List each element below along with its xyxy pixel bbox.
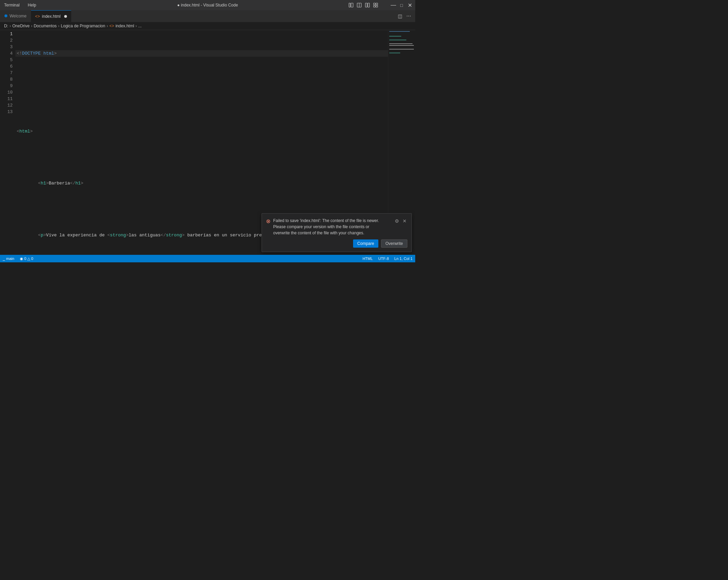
split-editor-icon[interactable]: ◫ [396,13,404,19]
status-bar: ⎯ main ◉ 0 △ 0 HTML UTF-8 Ln 1, Col 1 [0,255,415,262]
code-line-3 [15,102,388,109]
notification-text: Failed to save 'index.html': The content… [273,218,391,236]
code-line-7 [15,206,388,212]
html-file-icon: <> [35,14,40,19]
code-line-6: <h1>Barberia</h1> [15,180,388,187]
breadcrumb-file[interactable]: index.html [115,24,134,28]
line-numbers: 1 2 3 4 5 6 7 8 9 10 11 12 13 [0,30,15,254]
svg-rect-9 [376,5,378,7]
editor-layout-btn[interactable] [356,2,362,8]
breadcrumb: D: › OneDrive › Documentos › Logica de P… [0,22,415,30]
window-title: ● index.html - Visual Studio Code [177,3,238,8]
minimize-btn[interactable]: — [391,2,396,8]
more-actions-icon[interactable]: ⋯ [405,13,412,19]
line-num-13: 13 [3,109,13,115]
line-num-3: 3 [3,44,13,50]
line-num-6: 6 [3,63,13,70]
code-line-2 [15,76,388,83]
tabs-bar: ❃ Welcome <> index.html ◫ ⋯ [0,10,415,22]
breadcrumb-more[interactable]: ... [138,24,142,28]
notification-buttons: Compare Overwrite [266,239,407,248]
line-num-11: 11 [3,96,13,102]
status-errors[interactable]: ◉ 0 △ 0 [20,257,33,261]
overwrite-button[interactable]: Overwrite [381,239,407,248]
svg-rect-6 [374,3,375,5]
tabs-actions: ◫ ⋯ [396,13,415,19]
line-num-1: 1 [3,31,13,37]
title-bar-left: Terminal Help [3,2,38,8]
line-num-8: 8 [3,76,13,83]
notification-top-actions: ⚙ ✕ [394,218,407,224]
close-btn[interactable]: ✕ [407,2,412,8]
breadcrumb-logica[interactable]: Logica de Programacion [61,24,105,28]
svg-rect-5 [368,3,369,7]
line-num-10: 10 [3,89,13,96]
split-editor-btn[interactable] [365,2,370,8]
title-bar: Terminal Help ● index.html - Visual Stud… [0,0,415,10]
notification-body2: overwrite the content of the file with y… [273,231,364,235]
menu-bar: Terminal Help [3,2,38,8]
line-num-7: 7 [3,70,13,76]
notification-close-icon[interactable]: ✕ [402,218,407,224]
tab-index-html-label: index.html [42,14,61,19]
tab-welcome-label: Welcome [10,14,27,18]
svg-rect-4 [365,3,367,7]
minimap-content [388,30,415,54]
svg-rect-8 [374,5,375,7]
menu-terminal[interactable]: Terminal [3,2,21,8]
maximize-btn[interactable]: □ [399,2,404,8]
code-line-4: <html> [15,128,388,135]
code-line-1: <!DOCTYPE html> [15,50,388,57]
line-num-9: 9 [3,83,13,89]
code-line-5 [15,154,388,161]
status-encoding[interactable]: UTF-8 [378,257,389,261]
line-num-5: 5 [3,57,13,63]
line-num-4: 4 [3,50,13,57]
tab-index-html[interactable]: <> index.html [31,10,71,22]
line-num-2: 2 [3,37,13,44]
notification-title: Failed to save 'index.html': The content… [273,218,379,223]
status-language[interactable]: HTML [363,257,373,261]
tab-welcome[interactable]: ❃ Welcome [0,10,31,22]
notification-body1: Please compare your version with the fil… [273,224,369,229]
vscode-icon: ❃ [4,14,8,18]
svg-rect-7 [376,3,378,5]
notification-header: ⊗ Failed to save 'index.html': The conte… [266,218,407,236]
breadcrumb-d[interactable]: D: [4,24,8,28]
line-num-12: 12 [3,102,13,109]
breadcrumb-file-icon: <> [109,24,114,28]
status-line-col[interactable]: Ln 1, Col 1 [394,257,412,261]
breadcrumb-documentos[interactable]: Documentos [34,24,57,28]
grid-layout-btn[interactable] [373,2,378,8]
menu-help[interactable]: Help [26,2,38,8]
notification-settings-icon[interactable]: ⚙ [394,218,400,224]
breadcrumb-onedrive[interactable]: OneDrive [12,24,30,28]
window-controls: — □ ✕ [348,2,412,8]
tab-modified-dot [64,15,67,18]
svg-rect-0 [349,3,350,7]
status-branch[interactable]: ⎯ main [3,257,14,261]
error-icon: ⊗ [266,218,270,224]
sidebar-toggle-btn[interactable] [348,2,354,8]
svg-rect-1 [351,3,353,7]
notification-toast: ⊗ Failed to save 'index.html': The conte… [262,213,412,252]
compare-button[interactable]: Compare [353,239,378,248]
